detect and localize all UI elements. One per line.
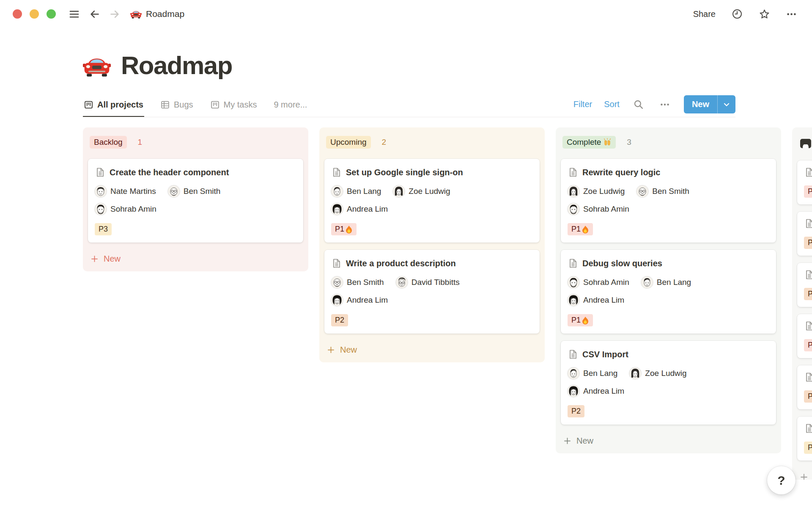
avatar-ben-lang [568, 367, 579, 379]
tab-my-tasks[interactable]: My tasks [209, 96, 258, 117]
tab-bugs[interactable]: Bugs [159, 96, 194, 117]
priority-badge[interactable]: P1 [331, 223, 357, 235]
page-title[interactable]: Roadmap [121, 51, 232, 80]
window-titlebar: Roadmap Share [0, 0, 812, 28]
zoom-window-button[interactable] [47, 9, 56, 19]
avatar-ben-lang [641, 276, 653, 288]
filter-button[interactable]: Filter [573, 99, 592, 109]
assignee-row: Andrea Lim [331, 294, 533, 306]
assignee[interactable]: Ben Smith [636, 185, 689, 198]
board-card[interactable]: P [797, 160, 812, 204]
column-status-badge[interactable]: Complete [562, 136, 616, 149]
board-card[interactable]: Write a product descriptionBen SmithDavi… [324, 250, 540, 334]
assignee[interactable]: Ben Smith [168, 185, 221, 198]
avatar-image [641, 276, 653, 288]
board-card[interactable]: P [797, 212, 812, 256]
column-status-badge[interactable]: Backlog [90, 136, 127, 149]
assignee[interactable]: Andrea Lim [568, 385, 624, 398]
car-emoji-icon[interactable] [83, 53, 111, 78]
tab-more-views[interactable]: 9 more... [273, 96, 308, 117]
priority-label: P2 [335, 316, 344, 325]
assignee[interactable]: Andrea Lim [568, 294, 624, 306]
assignee[interactable]: David Tibbitts [396, 276, 460, 289]
add-card-button[interactable]: New [319, 341, 545, 359]
sort-button[interactable]: Sort [604, 99, 620, 109]
avatar-image [331, 203, 343, 215]
assignee[interactable]: Andrea Lim [331, 294, 388, 306]
priority-badge[interactable]: P [804, 237, 812, 249]
minimize-window-button[interactable] [30, 9, 39, 19]
new-button-dropdown[interactable] [718, 95, 735, 113]
priority-badge[interactable]: P [804, 288, 812, 300]
column-cards: Create the header componentNate MartinsB… [83, 159, 308, 243]
assignee[interactable]: Andrea Lim [331, 203, 388, 215]
view-options-button[interactable] [658, 97, 672, 112]
assignee[interactable]: Ben Smith [331, 276, 384, 289]
card-title-row [804, 218, 812, 229]
close-window-button[interactable] [13, 9, 22, 19]
column-cards: Rewrite query logicZoe LudwigBen SmithSo… [556, 159, 781, 425]
assignee-name: Ben Lang [583, 367, 617, 380]
favorite-button[interactable] [756, 6, 772, 22]
priority-label: P1 [571, 225, 581, 234]
priority-badge[interactable]: P3 [95, 223, 112, 235]
search-button[interactable] [631, 97, 646, 112]
avatar-sohrab-amin [95, 203, 107, 215]
board-card[interactable]: P [797, 417, 812, 461]
avatar-nate-martins [95, 185, 107, 197]
new-button[interactable]: New [684, 95, 717, 113]
priority-badge[interactable]: P1 [568, 223, 593, 235]
priority-badge[interactable]: P [804, 339, 812, 351]
add-card-button[interactable]: New [83, 250, 308, 268]
assignee-name: Sohrab Amin [583, 203, 629, 215]
help-button[interactable]: ? [767, 466, 796, 494]
page-history-button[interactable] [729, 6, 745, 22]
assignee[interactable]: Ben Lang [568, 367, 617, 380]
add-card-button[interactable]: New [556, 432, 781, 450]
board-card[interactable]: Debug slow queriesSohrab AminBen LangAnd… [561, 250, 776, 334]
assignee[interactable]: Sohrab Amin [568, 276, 629, 289]
assignee-row: Andrea Lim [331, 203, 533, 215]
assignee[interactable]: Ben Lang [331, 185, 381, 198]
column-status-badge[interactable]: Upcoming [326, 136, 371, 149]
board-card[interactable]: P [797, 263, 812, 307]
priority-badge[interactable]: P1 [568, 314, 593, 326]
share-button[interactable]: Share [691, 8, 718, 21]
clock-icon [733, 10, 741, 18]
priority-badge[interactable]: P [804, 442, 812, 454]
board-card[interactable]: P [797, 365, 812, 409]
board-card[interactable]: CSV ImportBen LangZoe LudwigAndrea LimP2 [561, 341, 776, 425]
forward-button[interactable] [107, 6, 123, 22]
priority-badge[interactable]: P [804, 185, 812, 198]
add-card-label: New [104, 254, 121, 264]
breadcrumb[interactable]: Roadmap [130, 9, 184, 19]
assignee[interactable]: Sohrab Amin [95, 203, 156, 215]
avatar-sohrab-amin [568, 276, 579, 288]
fire-emoji-icon [345, 225, 353, 234]
chevron-down-icon [724, 103, 729, 105]
avatar-ben-lang [331, 185, 343, 197]
card-title-row [804, 321, 812, 331]
tab-all-projects[interactable]: All projects [83, 96, 144, 117]
column-header: Complete3 [556, 136, 781, 149]
assignee[interactable]: Ben Lang [641, 276, 691, 289]
sidebar-menu-button[interactable] [66, 6, 82, 22]
board-card[interactable]: Create the header componentNate MartinsB… [88, 159, 303, 243]
more-options-button[interactable] [783, 6, 799, 22]
board-card[interactable]: P [797, 314, 812, 358]
board-card[interactable]: Set up Google single sign-onBen LangZoe … [324, 159, 540, 243]
priority-badge[interactable]: P2 [568, 405, 584, 417]
back-button[interactable] [86, 6, 102, 22]
assignee[interactable]: Zoe Ludwig [393, 185, 450, 198]
assignee[interactable]: Nate Martins [95, 185, 156, 198]
plus-icon [799, 472, 809, 480]
plus-icon [90, 254, 99, 263]
board-card[interactable]: Rewrite query logicZoe LudwigBen SmithSo… [561, 159, 776, 243]
priority-badge[interactable]: P [804, 390, 812, 403]
assignee-row: Sohrab Amin [95, 203, 296, 215]
assignee[interactable]: Zoe Ludwig [568, 185, 625, 198]
priority-badge[interactable]: P2 [331, 314, 348, 326]
assignee[interactable]: Zoe Ludwig [629, 367, 686, 380]
card-title-row: Write a product description [331, 257, 533, 270]
assignee[interactable]: Sohrab Amin [568, 203, 629, 215]
